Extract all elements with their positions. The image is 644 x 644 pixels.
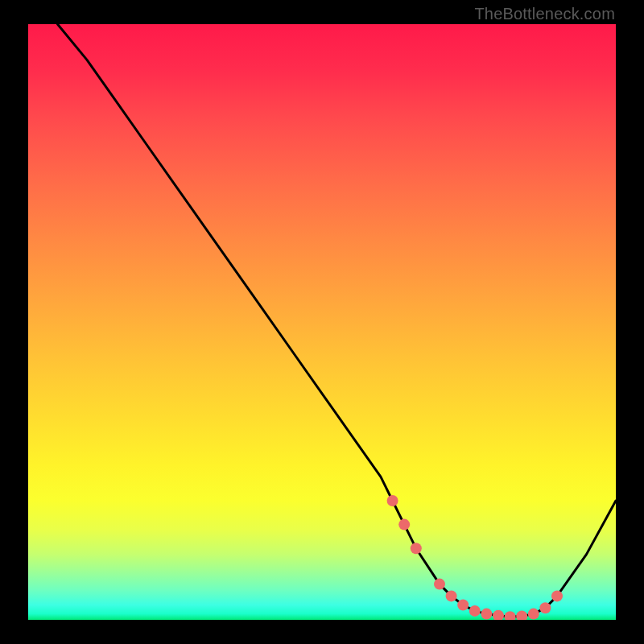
svg-point-4: [446, 590, 457, 601]
svg-point-13: [551, 590, 563, 601]
plot-area: [28, 24, 616, 620]
svg-point-6: [469, 605, 481, 617]
attribution-label: TheBottleneck.com: [474, 5, 615, 23]
svg-point-2: [411, 543, 422, 554]
svg-point-3: [434, 579, 445, 590]
svg-point-8: [493, 610, 504, 620]
curve-svg: [28, 24, 616, 620]
bottleneck-curve: [58, 24, 617, 617]
svg-point-5: [457, 600, 469, 611]
svg-point-7: [481, 609, 492, 620]
svg-point-0: [387, 495, 398, 506]
svg-point-12: [539, 602, 551, 613]
highlight-dots: [387, 495, 563, 620]
svg-point-9: [505, 611, 516, 620]
chart-container: TheBottleneck.com: [0, 0, 644, 644]
svg-point-11: [528, 609, 539, 620]
svg-point-1: [398, 519, 410, 530]
svg-point-10: [516, 611, 527, 620]
